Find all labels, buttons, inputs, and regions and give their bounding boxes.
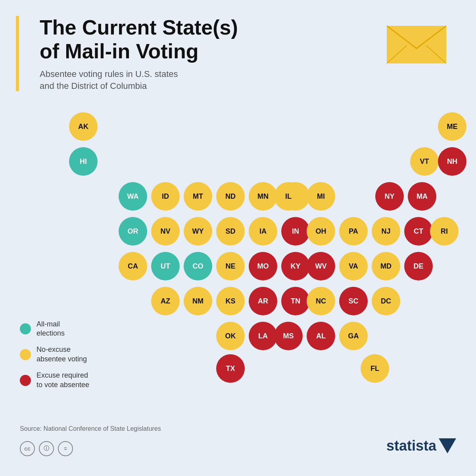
state-bubble-ga: GA <box>339 322 368 350</box>
page-title: The Current State(s)of Mail-in Voting <box>40 16 385 63</box>
state-bubble-ky: KY <box>281 252 310 280</box>
state-bubble-wy: WY <box>184 217 212 246</box>
accent-bar <box>16 16 19 91</box>
state-bubble-fl: FL <box>361 354 389 383</box>
state-bubble-nm: NM <box>184 287 212 315</box>
state-bubble-vt: VT <box>410 147 439 176</box>
cc-nd-icon: = <box>58 441 73 456</box>
legend-item-teal: All-mailelections <box>20 320 89 338</box>
state-bubble-ms: MS <box>274 322 303 350</box>
state-bubble-de: DE <box>404 252 433 280</box>
state-bubble-me: ME <box>438 112 466 141</box>
legend-dot-red <box>20 375 31 386</box>
main-container: The Current State(s)of Mail-in Voting Ab… <box>0 0 476 476</box>
state-bubble-nc: NC <box>307 287 335 315</box>
state-bubble-wv: WV <box>307 252 335 280</box>
envelope-icon <box>385 20 448 67</box>
state-bubble-pa: PA <box>339 217 368 246</box>
state-bubble-id: ID <box>151 182 180 211</box>
cc-icon: cc <box>20 441 35 456</box>
legend-dot-yellow <box>20 349 31 360</box>
legend-label-teal: All-mailelections <box>36 320 65 338</box>
state-bubble-mo: MO <box>249 252 277 280</box>
state-bubble-ca: CA <box>119 252 147 280</box>
state-bubble-in: IN <box>281 217 310 246</box>
legend-item-red: Excuse requiredto vote absentee <box>20 371 89 390</box>
legend-item-yellow: No-excuseabsentee voting <box>20 345 89 364</box>
page-subtitle: Absentee voting rules in U.S. statesand … <box>40 68 385 93</box>
state-bubble-ma: MA <box>408 182 436 211</box>
legend: All-mailelections No-excuseabsentee voti… <box>20 320 89 397</box>
state-bubble-sc: SC <box>339 287 368 315</box>
state-bubble-md: MD <box>372 252 400 280</box>
state-bubble-la: LA <box>249 322 277 350</box>
state-bubble-il: IL <box>274 182 303 211</box>
state-bubble-co: CO <box>184 252 212 280</box>
state-bubble-tn: TN <box>281 287 310 315</box>
header-left: The Current State(s)of Mail-in Voting Ab… <box>28 16 385 92</box>
state-bubble-tx: TX <box>216 354 245 383</box>
state-bubble-hi: HI <box>69 147 98 176</box>
state-bubble-ut: UT <box>151 252 180 280</box>
svg-rect-0 <box>387 26 446 63</box>
statista-logo: statista <box>386 438 456 454</box>
state-bubble-mn: MN <box>249 182 277 211</box>
state-bubble-va: VA <box>339 252 368 280</box>
cc-by-icon: ⓘ <box>39 441 54 456</box>
state-bubble-mt: MT <box>184 182 212 211</box>
state-bubble-wa: WA <box>119 182 147 211</box>
state-bubble-ak: AK <box>69 112 98 141</box>
state-bubble-nv: NV <box>151 217 180 246</box>
source-text: Source: National Conference of State Leg… <box>20 425 161 432</box>
legend-dot-teal <box>20 323 31 334</box>
state-bubble-ct: CT <box>404 217 433 246</box>
map-area: AKHIMEVTNHWIWAIDMTNDMNILMINYMAORNVWYSDIA… <box>20 100 456 330</box>
state-bubble-dc: DC <box>372 287 400 315</box>
state-bubble-ia: IA <box>249 217 277 246</box>
state-bubble-ny: NY <box>375 182 404 211</box>
statista-triangle <box>439 438 456 453</box>
state-bubble-nh: NH <box>438 147 466 176</box>
state-bubble-nj: NJ <box>372 217 400 246</box>
state-bubble-mi: MI <box>307 182 335 211</box>
legend-label-red: Excuse requiredto vote absentee <box>36 371 89 390</box>
state-bubble-az: AZ <box>151 287 180 315</box>
state-bubble-oh: OH <box>307 217 335 246</box>
state-bubble-sd: SD <box>216 217 245 246</box>
state-bubble-al: AL <box>307 322 335 350</box>
cc-icons: cc ⓘ = <box>20 441 73 456</box>
statista-text: statista <box>386 438 436 454</box>
state-bubble-nd: ND <box>216 182 245 211</box>
state-bubble-ne: NE <box>216 252 245 280</box>
legend-label-yellow: No-excuseabsentee voting <box>36 345 87 364</box>
state-bubble-or: OR <box>119 217 147 246</box>
state-bubble-ri: RI <box>430 217 459 246</box>
state-bubble-ks: KS <box>216 287 245 315</box>
state-bubble-ar: AR <box>249 287 277 315</box>
header-section: The Current State(s)of Mail-in Voting Ab… <box>20 16 456 92</box>
state-bubble-ok: OK <box>216 322 245 350</box>
